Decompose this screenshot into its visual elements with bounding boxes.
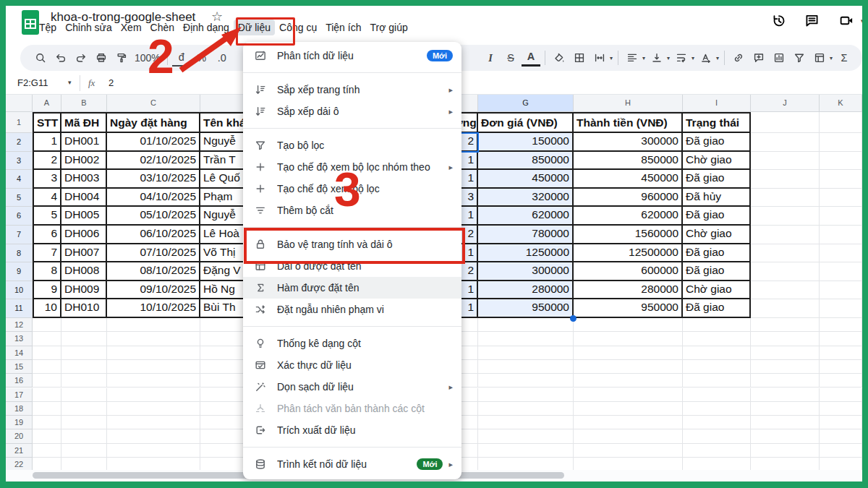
cell-K8[interactable] [820, 244, 862, 263]
data-menu-item-dọn-sạch-dữ-liệu[interactable]: Dọn sạch dữ liệu▸ [243, 376, 461, 398]
column-header-G[interactable]: G [478, 94, 574, 112]
cell-C19[interactable] [107, 416, 200, 429]
column-header-J[interactable]: J [751, 94, 820, 112]
cell-J19[interactable] [751, 416, 820, 429]
menubar-item-trợ-giúp[interactable]: Trợ giúp [365, 20, 412, 35]
cell-H21[interactable] [574, 444, 683, 458]
decrease-decimal-button[interactable]: .0 [213, 48, 231, 67]
cell-J6[interactable] [751, 207, 820, 226]
cell-G10[interactable]: 280000 [478, 281, 574, 300]
row-header-16[interactable]: 16 [6, 374, 33, 388]
cell-B7[interactable]: DH006 [61, 226, 107, 244]
cell-C5[interactable]: 04/10/2025 [107, 189, 200, 207]
cell-H15[interactable] [574, 360, 683, 374]
cell-C20[interactable] [107, 429, 200, 443]
column-header-C[interactable]: C [107, 94, 200, 112]
cell-J15[interactable] [751, 360, 820, 374]
cell-C10[interactable]: 09/10/2025 [107, 281, 200, 300]
cell-G7[interactable]: 780000 [478, 226, 574, 244]
create-filter-button[interactable] [790, 48, 809, 67]
cell-J3[interactable] [751, 152, 820, 171]
cell-H20[interactable] [574, 429, 683, 443]
insert-link-button[interactable] [729, 48, 748, 67]
cell-G4[interactable]: 450000 [478, 170, 574, 189]
cell-J18[interactable] [751, 402, 820, 416]
cell-H7[interactable]: 1560000 [574, 226, 683, 244]
cell-B18[interactable] [61, 402, 107, 416]
cell-K21[interactable] [820, 444, 862, 458]
cell-J21[interactable] [751, 444, 820, 458]
cell-K10[interactable] [820, 281, 862, 300]
row-header-1[interactable]: 1 [6, 112, 33, 133]
dropdown-caret-icon[interactable]: ▾ [830, 55, 833, 61]
cell-B16[interactable] [61, 374, 107, 388]
row-header-10[interactable]: 10 [6, 281, 33, 300]
cell-H18[interactable] [574, 402, 683, 416]
cell-C17[interactable] [107, 388, 200, 402]
vertical-align-button[interactable] [647, 48, 666, 67]
cell-I7[interactable]: Chờ giao [683, 226, 751, 244]
cell-C6[interactable]: 05/10/2025 [107, 207, 200, 226]
cell-J11[interactable] [751, 299, 820, 318]
cell-A9[interactable]: 8 [33, 262, 61, 281]
dropdown-caret-icon[interactable]: ▾ [667, 55, 670, 61]
row-header-13[interactable]: 13 [6, 332, 33, 346]
cell-C15[interactable] [107, 360, 200, 374]
cell-I1[interactable]: Trạng thái [683, 112, 751, 133]
cell-I10[interactable]: Chờ giao [683, 281, 751, 300]
cell-G14[interactable] [478, 346, 574, 360]
row-header-18[interactable]: 18 [6, 402, 33, 416]
cell-B17[interactable] [61, 388, 107, 402]
cell-C1[interactable]: Ngày đặt hàng [107, 112, 200, 133]
row-header-6[interactable]: 6 [6, 207, 33, 226]
data-menu-item-phân-tách-văn-bản-thành-các-cột[interactable]: Phân tách văn bản thành các cột [243, 398, 461, 419]
cell-G16[interactable] [478, 374, 574, 388]
cell-J7[interactable] [751, 226, 820, 244]
cell-B14[interactable] [61, 346, 107, 360]
cell-H13[interactable] [574, 332, 683, 346]
format-currency-button[interactable]: đ [172, 50, 191, 67]
cell-A18[interactable] [33, 402, 61, 416]
horizontal-align-button[interactable] [623, 48, 642, 67]
cell-K2[interactable] [820, 133, 862, 152]
row-header-15[interactable]: 15 [6, 360, 33, 374]
row-header-5[interactable]: 5 [6, 189, 33, 207]
cell-K16[interactable] [820, 374, 862, 388]
data-menu-item-phân-tích-dữ-liệu[interactable]: Phân tích dữ liệuMới [243, 45, 461, 67]
row-header-17[interactable]: 17 [6, 388, 33, 402]
cell-G3[interactable]: 850000 [478, 152, 574, 171]
menubar-item-định-dạng[interactable]: Định dạng [179, 20, 234, 35]
cell-I14[interactable] [683, 346, 751, 360]
cell-G1[interactable]: Đơn giá (VNĐ) [478, 112, 574, 133]
row-header-14[interactable]: 14 [6, 346, 33, 360]
cell-H14[interactable] [574, 346, 683, 360]
column-header-A[interactable]: A [33, 94, 61, 112]
cell-C21[interactable] [107, 444, 200, 458]
cell-J12[interactable] [751, 318, 820, 332]
cell-J14[interactable] [751, 346, 820, 360]
cell-K7[interactable] [820, 226, 862, 244]
cell-K17[interactable] [820, 388, 862, 402]
cell-J2[interactable] [751, 133, 820, 152]
cell-A17[interactable] [33, 388, 61, 402]
cell-K4[interactable] [820, 170, 862, 189]
formula-input[interactable]: 2 [109, 77, 114, 88]
cell-C14[interactable] [107, 346, 200, 360]
dropdown-caret-icon[interactable]: ▾ [692, 55, 694, 61]
data-menu-item-thống-kê-dạng-cột[interactable]: Thống kê dạng cột [243, 333, 461, 354]
cell-K18[interactable] [820, 402, 862, 416]
row-header-21[interactable]: 21 [6, 444, 33, 458]
cell-H16[interactable] [574, 374, 683, 388]
cell-I17[interactable] [683, 388, 751, 402]
cell-A3[interactable]: 2 [33, 152, 61, 171]
cell-A11[interactable]: 10 [33, 299, 61, 318]
cell-A1[interactable]: STT [33, 112, 61, 133]
cell-J20[interactable] [751, 429, 820, 443]
cell-A19[interactable] [33, 416, 61, 429]
text-wrap-button[interactable] [672, 48, 691, 67]
redo-button[interactable] [72, 48, 90, 67]
cell-I8[interactable]: Đã giao [683, 244, 751, 263]
cell-I15[interactable] [683, 360, 751, 374]
strikethrough-button[interactable]: S [501, 48, 520, 67]
cell-I6[interactable]: Đã giao [683, 207, 751, 226]
